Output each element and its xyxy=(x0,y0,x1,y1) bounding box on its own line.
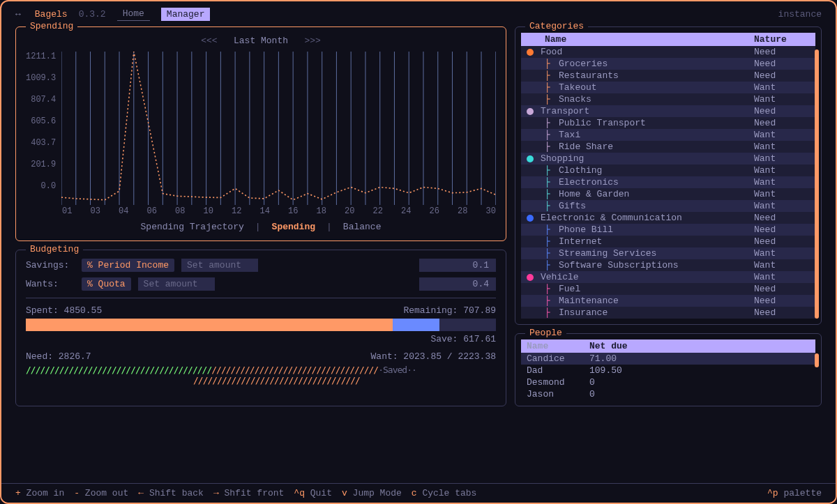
people-row[interactable]: Jason0 xyxy=(521,388,815,400)
categories-scrollbar[interactable] xyxy=(815,49,819,319)
category-name: Snacks xyxy=(555,94,754,105)
people-row[interactable]: Candice71.00 xyxy=(521,353,815,365)
savings-mode-pill[interactable]: % Period Income xyxy=(82,259,174,272)
footer-bar: + Zoom in- Zoom out← Shift back→ Shfit f… xyxy=(1,483,836,503)
footer-action[interactable]: - Zoom out xyxy=(74,488,128,498)
category-nature: Need xyxy=(754,118,810,128)
category-row[interactable]: Electronic & CommunicationNeed xyxy=(521,212,815,224)
savings-value[interactable]: 0.1 xyxy=(419,259,496,272)
category-row[interactable]: ├Phone BillNeed xyxy=(521,224,815,236)
tree-branch-icon: ├ xyxy=(541,177,555,188)
category-row[interactable]: ShoppingWant xyxy=(521,153,815,165)
category-row[interactable]: ├GiftsWant xyxy=(521,200,815,212)
category-row[interactable]: ├FuelNeed xyxy=(521,283,815,295)
tab-home[interactable]: Home xyxy=(117,7,150,21)
category-name: Food xyxy=(541,47,754,57)
chart-x-axis: 01030406081012141618202224262830 xyxy=(26,206,496,216)
category-name: Ride Share xyxy=(555,142,754,152)
savings-label: Savings: xyxy=(26,260,75,270)
categories-title: Categories xyxy=(525,21,588,31)
tab-manager[interactable]: Manager xyxy=(161,8,211,21)
budgeting-panel: Budgeting Savings: % Period Income Set a… xyxy=(15,250,506,406)
footer-action[interactable]: ← Shift back xyxy=(138,488,204,498)
footer-action[interactable]: → Shfit front xyxy=(213,488,284,498)
spent-bar-fill xyxy=(26,319,393,331)
link-icon: ↔ xyxy=(15,9,21,20)
category-row[interactable]: ├TakeoutWant xyxy=(521,82,815,93)
wants-value[interactable]: 0.4 xyxy=(419,277,496,291)
app-name: Bagels xyxy=(35,9,68,20)
footer-action[interactable]: v Jump Mode xyxy=(342,488,402,498)
people-header-due: Net due xyxy=(589,341,628,351)
category-row[interactable]: ├SnacksWant xyxy=(521,93,815,105)
category-name: Insurance xyxy=(555,307,754,318)
tree-branch-icon: ├ xyxy=(541,165,555,176)
want-overflow-bar: /////////////////////////////////// xyxy=(193,375,496,385)
people-scrollbar[interactable] xyxy=(815,353,819,367)
category-row[interactable]: ├InsuranceNeed xyxy=(521,307,815,319)
category-name: Takeout xyxy=(555,82,754,93)
person-name: Candice xyxy=(527,353,589,364)
footer-action[interactable]: ^q Quit xyxy=(294,488,332,498)
footer-action[interactable]: c Cycle tabs xyxy=(412,488,477,498)
category-row[interactable]: ├GroceriesNeed xyxy=(521,58,815,70)
category-row[interactable]: FoodNeed xyxy=(521,46,815,58)
tree-branch-icon: ├ xyxy=(541,296,555,306)
category-row[interactable]: ├ClothingWant xyxy=(521,165,815,176)
categories-header: Name Nature xyxy=(521,33,815,46)
category-row[interactable]: ├ElectronicsWant xyxy=(521,176,815,188)
category-dot-icon xyxy=(527,155,534,162)
category-row[interactable]: TransportNeed xyxy=(521,105,815,117)
category-row[interactable]: ├Streaming ServicesWant xyxy=(521,247,815,259)
footer-palette[interactable]: ^p palette xyxy=(767,488,822,498)
people-panel: People Name Net due Candice71.00Dad109.5… xyxy=(515,333,822,406)
category-nature: Need xyxy=(754,307,810,318)
wants-input[interactable]: Set amount xyxy=(138,277,215,291)
category-name: Phone Bill xyxy=(555,224,754,235)
categories-panel: Categories Name Nature FoodNeed├Grocerie… xyxy=(515,26,822,325)
category-row[interactable]: ├InternetNeed xyxy=(521,236,815,247)
savings-input[interactable]: Set amount xyxy=(181,259,258,272)
category-row[interactable]: ├Software SubscriptionsWant xyxy=(521,259,815,271)
category-name: Transport xyxy=(541,106,754,116)
tree-branch-icon: ├ xyxy=(541,130,555,140)
app-version: 0.3.2 xyxy=(79,9,106,20)
tree-branch-icon: ├ xyxy=(541,70,555,81)
category-row[interactable]: ├Ride ShareWant xyxy=(521,141,815,153)
chart-plot-area xyxy=(61,52,496,205)
cat-header-nature: Nature xyxy=(754,34,810,45)
want-label: Want: 2023.85 / 2223.38 xyxy=(371,351,496,362)
category-name: Gifts xyxy=(555,201,754,211)
category-dot-icon xyxy=(527,274,534,281)
tree-branch-icon: ├ xyxy=(541,189,555,199)
category-row[interactable]: ├RestaurantsNeed xyxy=(521,70,815,82)
category-row[interactable]: ├Home & GardenWant xyxy=(521,188,815,200)
legend-trajectory[interactable]: Spending Trajectory xyxy=(141,222,244,232)
wants-mode-pill[interactable]: % Quota xyxy=(82,277,131,291)
category-dot-icon xyxy=(527,215,534,222)
category-row[interactable]: ├TaxiWant xyxy=(521,129,815,141)
people-row[interactable]: Desmond0 xyxy=(521,376,815,388)
instance-label: instance xyxy=(778,9,822,20)
category-row[interactable]: VehicleWant xyxy=(521,271,815,283)
legend-balance[interactable]: Balance xyxy=(343,222,382,232)
chart-prev-button[interactable]: <<< xyxy=(201,36,217,46)
budget-divider xyxy=(26,298,496,298)
chart-next-button[interactable]: >>> xyxy=(304,36,320,46)
category-nature: Want xyxy=(754,248,810,259)
category-name: Home & Garden xyxy=(555,189,754,199)
category-nature: Want xyxy=(754,177,810,188)
person-due: 0 xyxy=(589,389,595,399)
category-nature: Need xyxy=(754,236,810,247)
category-nature: Want xyxy=(754,130,810,140)
category-nature: Need xyxy=(754,224,810,235)
legend-spending[interactable]: Spending xyxy=(272,222,315,232)
tree-branch-icon: ├ xyxy=(541,307,555,318)
people-row[interactable]: Dad109.50 xyxy=(521,365,815,376)
footer-action[interactable]: + Zoom in xyxy=(15,488,64,498)
save-bar-fill xyxy=(393,319,439,331)
category-row[interactable]: ├Public TransportNeed xyxy=(521,117,815,129)
category-name: Electronics xyxy=(555,177,754,188)
person-due: 71.00 xyxy=(589,353,617,364)
category-row[interactable]: ├MaintenanceNeed xyxy=(521,295,815,307)
